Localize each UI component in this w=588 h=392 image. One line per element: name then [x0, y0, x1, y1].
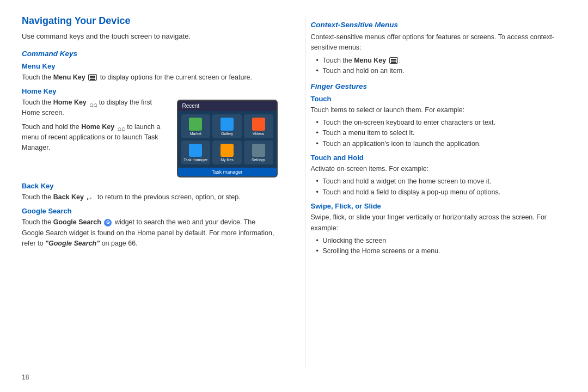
menu-key-heading: Menu Key — [22, 62, 278, 70]
swipe-intro: Swipe, flick, or slide your finger verti… — [311, 212, 567, 234]
taskmanager-icon — [189, 144, 202, 157]
back-key-icon: ↩ — [87, 194, 94, 201]
myfiles-icon — [220, 144, 234, 157]
home-key-label2: Home Key — [81, 123, 114, 131]
page: Navigating Your Device Use command keys … — [0, 0, 588, 392]
screenshot-footer: Task manager — [178, 168, 277, 176]
app-icon-videos: Videos — [244, 114, 273, 138]
left-column: Navigating Your Device Use command keys … — [22, 15, 283, 368]
list-item: Touch an application's icon to launch th… — [316, 139, 567, 149]
touch-intro: Touch items to select or launch them. Fo… — [311, 105, 567, 115]
menu-key-ref: Menu Key — [354, 57, 386, 64]
home-key-text: Touch the Home Key ⌂ to display the firs… — [22, 97, 168, 156]
screenshot-header: Recent — [178, 101, 277, 111]
settings-icon — [252, 144, 265, 157]
home-key-section: Touch the Home Key ⌂ to display the firs… — [22, 97, 278, 177]
menu-key-text: Touch the Menu Key to display options fo… — [22, 72, 278, 83]
page-title: Navigating Your Device — [22, 15, 278, 27]
app-icon-myfiles: My files — [212, 140, 242, 164]
back-key-heading: Back Key — [22, 182, 278, 190]
home-key-text1: Touch the Home Key ⌂ to display the firs… — [22, 97, 168, 119]
back-key-label: Back Key — [53, 193, 84, 201]
google-icon — [104, 219, 112, 226]
touch-hold-heading: Touch and Hold — [311, 154, 567, 162]
swipe-heading: Swipe, Flick, or Slide — [311, 202, 567, 210]
list-item: Touch and hold a widget on the home scre… — [316, 176, 567, 187]
google-search-label: Google Search — [53, 218, 101, 226]
context-sensitive-heading: Context-Sensitive Menus — [311, 21, 567, 29]
google-search-text: Touch the Google Search widget to search… — [22, 217, 278, 249]
app-icon-market: Market — [181, 114, 211, 138]
touch-hold-intro: Activate on-screen items. For example: — [311, 164, 567, 174]
home-key-icon2: ⌂ — [118, 124, 124, 130]
list-item: Scrolling the Home screens or a menu. — [316, 246, 567, 256]
context-sensitive-intro: Context-sensitive menus offer options fo… — [311, 32, 567, 53]
market-icon — [189, 118, 202, 131]
menu-key-icon — [88, 74, 97, 81]
home-key-icon1: ⌂ — [89, 100, 96, 106]
intro-text: Use command keys and the touch screen to… — [22, 31, 278, 42]
list-item: Touch a menu item to select it. — [316, 128, 567, 138]
touch-list: Touch the on-screen keyboard to enter ch… — [311, 118, 567, 149]
device-screenshot: Recent Market Gallery Videos — [177, 100, 278, 177]
screenshot-grid: Market Gallery Videos Task manager — [178, 111, 277, 168]
page-number: 18 — [22, 373, 566, 381]
gallery-label: Gallery — [221, 132, 233, 136]
app-icon-gallery: Gallery — [212, 114, 242, 138]
taskmanager-label: Task manager — [183, 158, 207, 162]
myfiles-label: My files — [220, 158, 234, 162]
gallery-icon — [220, 118, 234, 131]
home-key-heading: Home Key — [22, 87, 278, 95]
market-label: Market — [190, 132, 201, 136]
menu-key-label: Menu Key — [53, 74, 85, 81]
list-item: Touch the Menu Key . — [316, 56, 567, 66]
home-key-label1: Home Key — [53, 99, 87, 106]
google-search-heading: Google Search — [22, 207, 278, 215]
list-item: Touch the on-screen keyboard to enter ch… — [316, 118, 567, 128]
touch-hold-list: Touch and hold a widget on the home scre… — [311, 176, 567, 198]
google-search-link: "Google Search" — [45, 240, 100, 247]
context-sensitive-list: Touch the Menu Key . Touch and hold on a… — [311, 56, 567, 77]
swipe-list: Unlocking the screen Scrolling the Home … — [311, 236, 567, 257]
videos-label: Videos — [253, 132, 264, 136]
back-key-text: Touch the Back Key ↩ to return to the pr… — [22, 192, 278, 203]
list-item: Touch and hold on an item. — [316, 66, 567, 76]
list-item: Unlocking the screen — [316, 236, 567, 246]
right-column: Context-Sensitive Menus Context-sensitiv… — [305, 15, 567, 368]
touch-heading: Touch — [311, 95, 567, 103]
app-icon-settings: Settings — [244, 140, 273, 164]
videos-icon — [252, 118, 265, 131]
list-item: Touch and hold a field to display a pop-… — [316, 187, 567, 198]
menu-key-icon-ref — [389, 57, 398, 64]
settings-label: Settings — [252, 158, 265, 162]
command-keys-heading: Command Keys — [22, 50, 278, 58]
intro-sentence: Use command keys and the touch screen to… — [22, 32, 191, 40]
finger-gestures-heading: Finger Gestures — [311, 82, 567, 90]
app-icon-taskmanager: Task manager — [181, 140, 211, 164]
home-key-text2: Touch and hold the Home Key ⌂ to launch … — [22, 122, 168, 154]
